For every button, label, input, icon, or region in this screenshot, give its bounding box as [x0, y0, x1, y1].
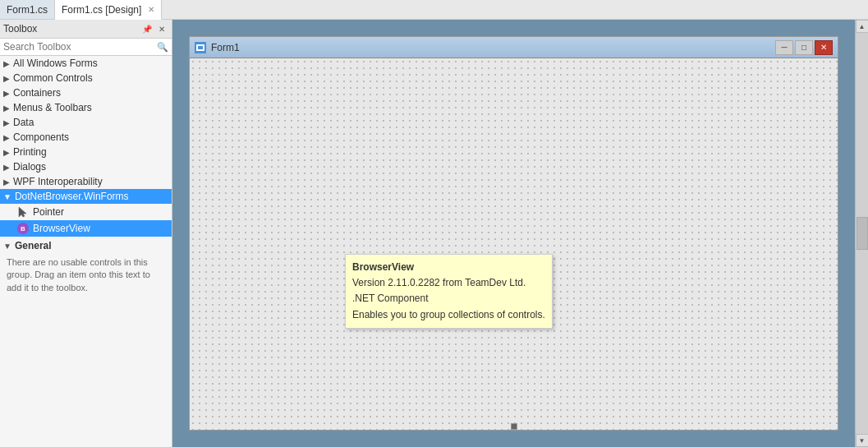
group-all-windows-forms-label: All Windows Forms [13, 58, 98, 69]
general-description: There are no usable controls in this gro… [0, 253, 172, 297]
form-body[interactable] [190, 58, 838, 430]
toolbox-header: Toolbox 📌 ✕ [0, 20, 172, 39]
group-containers-label: Containers [13, 87, 61, 99]
tab-close-icon[interactable]: ✕ [148, 5, 154, 14]
group-menus-toolbars[interactable]: ▶ Menus & Toolbars [0, 100, 172, 115]
search-input[interactable] [3, 41, 157, 53]
arrow-menus-toolbars: ▶ [3, 104, 10, 113]
toolbox-search-bar[interactable]: 🔍 [0, 39, 172, 56]
tooltip-line3: .NET Component [352, 291, 545, 306]
arrow-wpf-interop: ▶ [3, 177, 10, 187]
group-common-controls-label: Common Controls [13, 72, 93, 84]
tooltip-line4: Enables you to group collections of cont… [352, 307, 545, 323]
tab-form1-design[interactable]: Form1.cs [Design] ✕ [55, 0, 162, 20]
form-close-button[interactable]: ✕ [815, 40, 833, 55]
group-components-label: Components [13, 131, 69, 143]
group-containers[interactable]: ▶ Containers [0, 85, 172, 100]
toolbox-item-pointer[interactable]: Pointer [0, 204, 172, 220]
search-icon: 🔍 [157, 42, 168, 53]
form-minimize-button[interactable]: ─ [775, 40, 793, 55]
group-wpf-interop-label: WPF Interoperability [13, 176, 103, 187]
resize-handle-bottom[interactable] [511, 423, 517, 430]
toolbox-body: ▶ All Windows Forms ▶ Common Controls ▶ … [0, 56, 172, 447]
group-common-controls[interactable]: ▶ Common Controls [0, 71, 172, 85]
tab-form1-cs-label: Form1.cs [7, 4, 48, 16]
group-printing[interactable]: ▶ Printing [0, 145, 172, 159]
group-printing-label: Printing [13, 146, 47, 158]
arrow-all-windows-forms: ▶ [3, 59, 10, 68]
form-window: Form1 ─ □ ✕ [189, 36, 838, 431]
form-icon [195, 42, 206, 53]
arrow-components: ▶ [3, 133, 10, 142]
group-general[interactable]: ▼ General [0, 237, 172, 253]
svg-marker-0 [19, 207, 26, 217]
tab-form1-design-label: Form1.cs [Design] [62, 4, 141, 16]
form-control-buttons: ─ □ ✕ [775, 40, 833, 55]
group-menus-toolbars-label: Menus & Toolbars [13, 102, 92, 113]
arrow-dialogs: ▶ [3, 163, 10, 172]
tooltip-line2: Version 2.11.0.2282 from TeamDev Ltd. [352, 275, 545, 291]
arrow-data: ▶ [3, 118, 10, 127]
group-data[interactable]: ▶ Data [0, 115, 172, 130]
browserview-label: BrowserView [33, 223, 90, 234]
design-scrollbar: ▲ ▼ [855, 20, 868, 447]
group-data-label: Data [13, 117, 34, 128]
scrollbar-up-arrow[interactable]: ▲ [856, 20, 869, 33]
arrow-printing: ▶ [3, 148, 10, 157]
toolbox-item-browserview[interactable]: B BrowserView [0, 220, 172, 237]
tooltip-line1: BrowserView [352, 260, 545, 275]
group-all-windows-forms[interactable]: ▶ All Windows Forms [0, 56, 172, 71]
browserview-icon: B [16, 222, 30, 235]
toolbox-close-icon[interactable]: ✕ [155, 22, 168, 35]
main-layout: Toolbox 📌 ✕ 🔍 ▶ All Windows Forms ▶ Comm… [0, 20, 868, 447]
group-components[interactable]: ▶ Components [0, 130, 172, 145]
pointer-icon [16, 205, 30, 219]
form-titlebar: Form1 ─ □ ✕ [190, 37, 838, 58]
tab-bar: Form1.cs Form1.cs [Design] ✕ [0, 0, 868, 20]
design-wrapper: Form1 ─ □ ✕ BrowserView Version 2.11.0.2… [172, 20, 868, 447]
arrow-dotnetbrowser: ▼ [3, 192, 11, 201]
toolbox-pin-icon[interactable]: 📌 [140, 22, 154, 35]
scrollbar-down-arrow[interactable]: ▼ [856, 434, 869, 447]
group-dotnetbrowser-winforms[interactable]: ▼ DotNetBrowser.WinForms [0, 189, 172, 204]
toolbox-panel: Toolbox 📌 ✕ 🔍 ▶ All Windows Forms ▶ Comm… [0, 20, 172, 447]
general-label: General [15, 240, 52, 251]
arrow-common-controls: ▶ [3, 74, 10, 83]
toolbox-header-icons: 📌 ✕ [140, 22, 168, 35]
group-wpf-interop[interactable]: ▶ WPF Interoperability [0, 174, 172, 189]
toolbox-title: Toolbox [3, 23, 37, 35]
pointer-label: Pointer [33, 206, 64, 218]
group-dialogs-label: Dialogs [13, 161, 46, 173]
group-dialogs[interactable]: ▶ Dialogs [0, 159, 172, 174]
group-dotnetbrowser-label: DotNetBrowser.WinForms [15, 191, 129, 202]
form-title: Form1 [211, 42, 775, 53]
scrollbar-thumb[interactable] [857, 217, 868, 250]
tab-form1-cs[interactable]: Form1.cs [0, 0, 55, 19]
arrow-containers: ▶ [3, 89, 10, 98]
design-area[interactable]: Form1 ─ □ ✕ BrowserView Version 2.11.0.2… [172, 20, 855, 447]
form-icon-inner [196, 44, 204, 51]
tooltip-popup: BrowserView Version 2.11.0.2282 from Tea… [345, 254, 553, 329]
arrow-general: ▼ [3, 242, 11, 251]
form-maximize-button[interactable]: □ [795, 40, 813, 55]
